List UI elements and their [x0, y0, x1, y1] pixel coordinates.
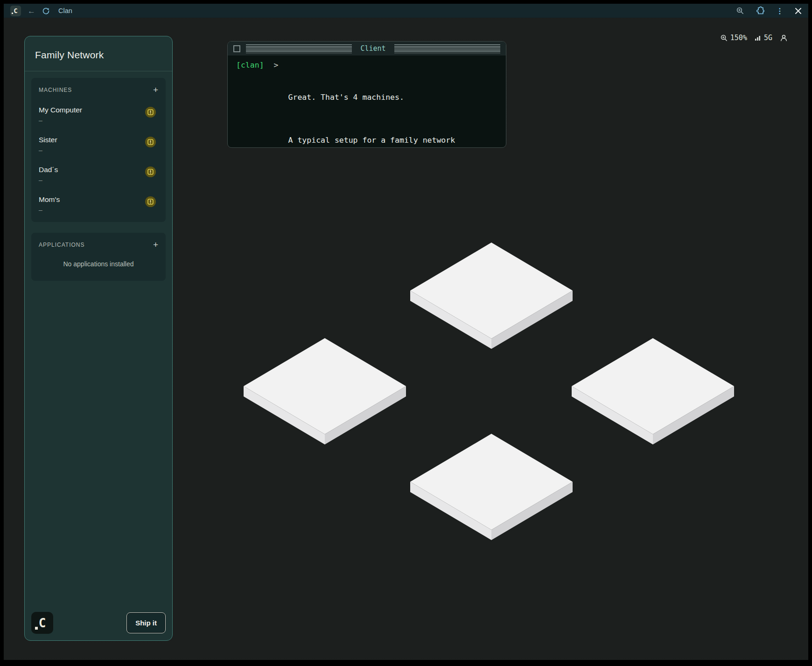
- machines-panel: MACHINES + My Computer –: [31, 78, 166, 222]
- ship-it-button[interactable]: Ship it: [126, 612, 166, 633]
- machine-tile-top-face[interactable]: [572, 338, 734, 434]
- applications-panel-header: APPLICATIONS +: [39, 240, 158, 249]
- machine-status: –: [39, 206, 60, 214]
- machine-info: Sister –: [39, 136, 57, 154]
- terminal-prompt-symbol: >: [274, 60, 279, 70]
- zoom-level-control[interactable]: 150%: [720, 34, 747, 42]
- sidebar: Family Network MACHINES + My Computer –: [24, 36, 173, 641]
- machine-info: Mom's –: [39, 195, 60, 214]
- machine-list-item[interactable]: Sister –: [39, 136, 158, 154]
- machine-status: –: [39, 117, 82, 124]
- account-person-icon[interactable]: [780, 34, 788, 42]
- machine-tile[interactable]: [572, 338, 734, 444]
- machine-tile-top-face[interactable]: [410, 434, 573, 530]
- terminal-titlebar[interactable]: Client: [228, 42, 506, 56]
- terminal-title: Client: [357, 44, 388, 53]
- terminal-message-line: A typical setup for a family network: [288, 135, 497, 146]
- clan-logo-icon: C: [14, 7, 17, 14]
- reload-icon[interactable]: [42, 7, 50, 15]
- window-frame-bottom: [0, 660, 812, 666]
- machines-panel-header: MACHINES +: [39, 85, 158, 94]
- back-icon[interactable]: ←: [28, 7, 35, 15]
- titlebar-grip-lines: [246, 44, 352, 53]
- sidebar-footer: C Ship it: [25, 605, 172, 640]
- sidebar-spacer: [25, 287, 172, 605]
- machine-tile[interactable]: [244, 338, 406, 444]
- terminal-message: Great. That's 4 machines. A typical setu…: [288, 60, 497, 148]
- terminal-prompt: [clan]: [236, 60, 264, 70]
- network-title: Family Network: [25, 36, 172, 71]
- warning-icon: [145, 107, 156, 118]
- machine-tile-top-face[interactable]: [244, 338, 406, 434]
- close-icon[interactable]: [795, 7, 802, 14]
- applications-panel: APPLICATIONS + No applications installed: [31, 233, 166, 281]
- machine-tile[interactable]: [410, 243, 573, 349]
- machine-name: Dad´s: [39, 166, 58, 174]
- terminal-closebox-icon[interactable]: [233, 45, 240, 52]
- main-canvas-area: 150% 5G Client: [4, 18, 808, 660]
- machine-name: Mom's: [39, 195, 60, 204]
- machine-status: –: [39, 146, 57, 154]
- clan-logo-badge: C: [31, 612, 53, 634]
- warning-icon: [145, 196, 156, 207]
- browser-chrome: C ← Clan ⋮: [4, 4, 808, 18]
- machine-name: My Computer: [39, 106, 82, 114]
- menu-kebab-icon[interactable]: ⋮: [776, 7, 784, 15]
- applications-label: APPLICATIONS: [39, 242, 84, 248]
- sidebar-body: MACHINES + My Computer –: [25, 71, 172, 287]
- machine-list-item[interactable]: Mom's –: [39, 195, 158, 214]
- extensions-puzzle-icon[interactable]: [756, 6, 765, 15]
- add-application-button[interactable]: +: [153, 240, 158, 249]
- machines-label: MACHINES: [39, 87, 72, 93]
- titlebar-grip-lines: [394, 44, 500, 53]
- clan-favicon: C: [10, 6, 21, 16]
- chrome-controls: ⋮: [736, 6, 802, 15]
- zoom-level-value: 150%: [730, 34, 747, 42]
- machine-tile-top-face[interactable]: [410, 243, 573, 339]
- network-label: 5G: [764, 34, 772, 42]
- status-row: 150% 5G: [720, 34, 788, 42]
- page-title: Clan: [58, 7, 72, 14]
- terminal-message-line: Great. That's 4 machines.: [288, 92, 497, 103]
- network-status: 5G: [755, 34, 772, 42]
- machine-list-item[interactable]: Dad´s –: [39, 166, 158, 184]
- warning-icon: [145, 137, 156, 147]
- machine-list-item[interactable]: My Computer –: [39, 106, 158, 124]
- machine-tile[interactable]: [410, 434, 573, 540]
- app-window: C ← Clan ⋮: [0, 0, 812, 666]
- zoom-in-icon: [720, 34, 728, 42]
- machine-name: Sister: [39, 136, 57, 144]
- machine-info: Dad´s –: [39, 166, 58, 184]
- terminal-body: [clan] > Great. That's 4 machines. A typ…: [228, 56, 506, 148]
- add-machine-button[interactable]: +: [153, 85, 158, 94]
- clan-logo-icon: C: [39, 616, 46, 630]
- machine-status: –: [39, 176, 58, 184]
- client-terminal-window[interactable]: Client [clan] > Great. That's 4 machines…: [227, 41, 506, 148]
- warning-icon: [145, 166, 156, 177]
- zoom-in-icon[interactable]: [736, 7, 744, 15]
- applications-empty-text: No applications installed: [39, 249, 158, 272]
- signal-bars-icon: [755, 35, 762, 42]
- machine-info: My Computer –: [39, 106, 82, 124]
